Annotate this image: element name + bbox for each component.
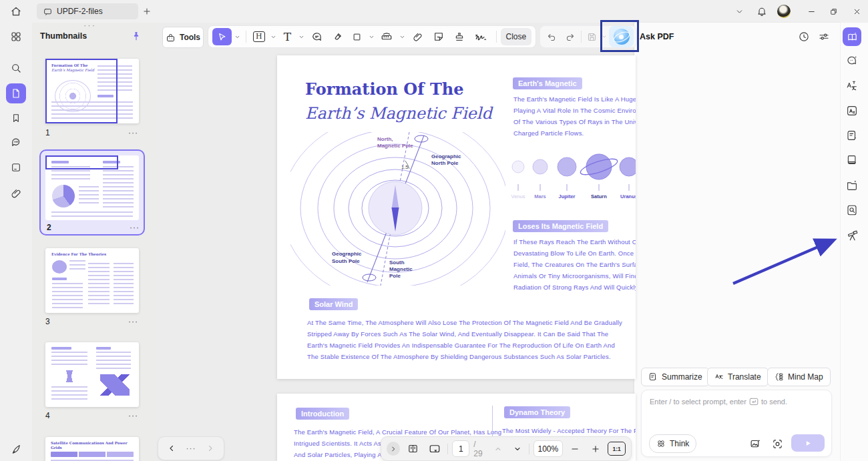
feedback-pen-button[interactable] bbox=[8, 441, 24, 457]
cursor-icon bbox=[217, 32, 227, 42]
ai-add-image-button[interactable] bbox=[747, 436, 763, 452]
restore-icon bbox=[829, 7, 838, 16]
measure-tool-dropdown[interactable] bbox=[398, 28, 407, 45]
thumbnail-page-4[interactable] bbox=[45, 342, 139, 407]
presentation-pointer-icon bbox=[429, 443, 441, 455]
actual-size-button[interactable]: 1:1 bbox=[608, 442, 626, 456]
toolbar-divider bbox=[581, 31, 582, 43]
zoom-level-box[interactable]: 100% bbox=[533, 440, 563, 457]
rail-file-ai-button[interactable] bbox=[844, 177, 860, 193]
view-toolbar: / 29 100% 1:1 bbox=[381, 436, 632, 461]
mini-towers bbox=[56, 370, 83, 382]
nav-forward-button-disabled[interactable] bbox=[205, 442, 216, 455]
panel-drag-handle[interactable]: ··· bbox=[83, 20, 96, 30]
chevron-down-icon bbox=[399, 34, 405, 40]
ai-mindmap-button[interactable]: Mind Map bbox=[767, 368, 831, 386]
history-clock-button[interactable] bbox=[796, 29, 812, 45]
stamp-tool-button[interactable] bbox=[449, 28, 469, 45]
new-tab-button[interactable] bbox=[139, 3, 155, 19]
restore-button[interactable] bbox=[825, 3, 841, 19]
actual-size-label: 1:1 bbox=[612, 446, 620, 452]
sidebar-item-comments[interactable] bbox=[8, 134, 24, 150]
sidebar-item-attachments[interactable] bbox=[8, 185, 24, 201]
comment-tool-button[interactable] bbox=[308, 28, 327, 45]
text-tool-dropdown[interactable] bbox=[297, 28, 306, 45]
redo-button[interactable] bbox=[561, 28, 579, 45]
think-label: Think bbox=[670, 439, 689, 448]
sidebar-item-bookmarks[interactable] bbox=[8, 110, 24, 126]
rail-summarize-button[interactable] bbox=[844, 127, 860, 143]
nav-back-button[interactable] bbox=[166, 442, 177, 455]
mindmap-icon bbox=[775, 372, 784, 382]
signature-tool-button[interactable] bbox=[470, 28, 492, 45]
thumbnail-page-3[interactable]: Evidence For The Theories bbox=[45, 248, 139, 313]
save-button-disabled[interactable] bbox=[584, 28, 600, 45]
body-line: Earth's Magnetic Field Provides An Indis… bbox=[307, 342, 615, 349]
text-tool-button[interactable]: T bbox=[279, 28, 296, 45]
app-grid-button[interactable] bbox=[8, 29, 24, 45]
viewport-rect-page2[interactable] bbox=[45, 155, 118, 169]
paperclip-icon bbox=[413, 31, 423, 42]
ai-screenshot-button[interactable] bbox=[769, 436, 785, 452]
thumbnail-page-2-selected[interactable]: 2 ··· bbox=[39, 149, 145, 236]
display-settings-button[interactable] bbox=[816, 29, 832, 45]
zoom-in-button[interactable] bbox=[588, 441, 604, 457]
shape-tool-button[interactable] bbox=[349, 28, 365, 45]
document-tab[interactable]: UPDF-2-files bbox=[37, 3, 138, 19]
user-avatar[interactable] bbox=[777, 5, 791, 18]
titlebar-dropdown-button[interactable] bbox=[731, 3, 747, 19]
viewport-rect-page1[interactable] bbox=[45, 59, 118, 123]
sidebar-item-pages[interactable] bbox=[8, 159, 24, 175]
page-number-input[interactable] bbox=[452, 440, 469, 457]
measure-tool-button[interactable] bbox=[377, 28, 397, 45]
planet-label-uranus: Uranus bbox=[620, 193, 636, 199]
select-tool-button-active[interactable] bbox=[212, 28, 232, 45]
shape-tool-dropdown[interactable] bbox=[367, 28, 376, 45]
attach-tool-button[interactable] bbox=[408, 28, 427, 45]
ai-send-button-disabled[interactable] bbox=[791, 434, 825, 452]
thumb-3-menu[interactable]: ··· bbox=[128, 317, 138, 326]
undo-button[interactable] bbox=[543, 28, 561, 45]
search-button[interactable] bbox=[8, 60, 24, 76]
header-tool-button[interactable]: H bbox=[250, 28, 267, 45]
nav-more-button[interactable]: ··· bbox=[186, 444, 196, 453]
highlighter-tool-button[interactable] bbox=[328, 28, 347, 45]
edit-toolbar-group: H T Clo bbox=[208, 25, 536, 48]
ai-translate-button[interactable]: Translate bbox=[707, 368, 769, 386]
thumbnail-page-1[interactable]: Formation Of TheEarth’s Magnetic Field bbox=[45, 59, 139, 123]
minimize-button[interactable] bbox=[803, 3, 819, 19]
rail-ai-search-button[interactable] bbox=[844, 202, 860, 218]
rail-translate-page-button[interactable] bbox=[844, 103, 860, 119]
ai-think-button[interactable]: Think bbox=[649, 434, 696, 453]
thumb-4-number: 4 bbox=[45, 411, 50, 420]
rail-reader-button[interactable] bbox=[844, 152, 860, 168]
zoom-out-button[interactable] bbox=[567, 441, 584, 457]
close-edit-button[interactable]: Close bbox=[501, 28, 531, 45]
tools-button[interactable]: Tools bbox=[162, 27, 204, 48]
sticker-tool-button[interactable] bbox=[429, 28, 448, 45]
thumbnail-page-5[interactable]: Satellite Communications And Power Grids bbox=[45, 437, 139, 461]
rail-translate-button[interactable] bbox=[844, 78, 860, 94]
select-tool-dropdown[interactable] bbox=[233, 28, 242, 45]
mini-pie bbox=[52, 185, 75, 207]
ai-prompt-card[interactable]: Enter / to select prompt, enter to send.… bbox=[641, 390, 832, 457]
next-page-button[interactable] bbox=[509, 441, 525, 457]
thumbnails-panel-title: Thumbnails bbox=[40, 31, 87, 41]
header-tool-dropdown[interactable] bbox=[268, 28, 278, 45]
close-window-button[interactable] bbox=[849, 3, 865, 19]
rail-ai-chat-button[interactable] bbox=[844, 53, 860, 69]
thumb-4-menu[interactable]: ··· bbox=[128, 411, 138, 420]
previous-page-button-disabled[interactable] bbox=[490, 441, 505, 457]
thumb-2-menu[interactable]: ··· bbox=[130, 223, 140, 232]
home-button[interactable] bbox=[8, 3, 24, 19]
sidebar-item-thumbnails-active[interactable] bbox=[6, 83, 26, 103]
page-layout-button[interactable] bbox=[404, 440, 422, 458]
thumb-1-menu[interactable]: ··· bbox=[128, 128, 138, 137]
notifications-button[interactable] bbox=[754, 3, 770, 19]
ai-reader-button-active[interactable] bbox=[843, 27, 861, 46]
pin-panel-button[interactable] bbox=[129, 29, 144, 43]
collapse-toolbar-button[interactable] bbox=[387, 442, 400, 456]
mindmap-label: Mind Map bbox=[788, 372, 823, 382]
ai-summarize-button[interactable]: Summarize bbox=[641, 368, 710, 386]
presentation-mode-button[interactable] bbox=[426, 440, 444, 458]
